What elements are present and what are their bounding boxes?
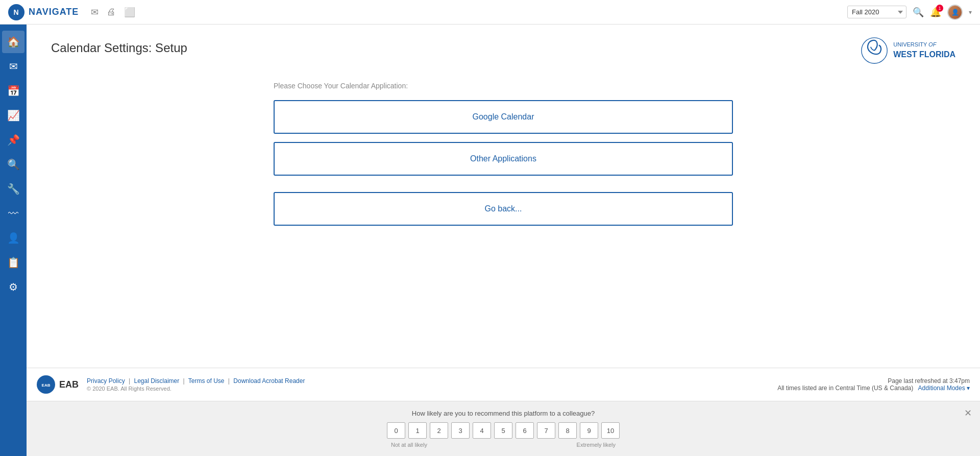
logo-text: NAVIGATE xyxy=(29,7,79,17)
survey-btn-3[interactable]: 3 xyxy=(451,422,470,439)
window-icon[interactable]: ⬜ xyxy=(124,7,135,18)
sidebar-item-reports[interactable]: 📈 xyxy=(2,104,24,127)
footer-right: Page last refreshed at 3:47pm All times … xyxy=(777,377,970,392)
footer-links-wrap: Privacy Policy | Legal Disclaimer | Term… xyxy=(87,377,305,392)
survey-btn-1[interactable]: 1 xyxy=(408,422,427,439)
survey-btn-2[interactable]: 2 xyxy=(430,422,448,439)
logo-icon: N xyxy=(8,4,24,20)
sidebar-item-tools[interactable]: 🔧 xyxy=(2,178,24,200)
notification-badge: 1 xyxy=(936,5,943,12)
eab-icon: EAB xyxy=(37,375,55,394)
sidebar-item-home[interactable]: 🏠 xyxy=(2,31,24,53)
survey-labels: Not at all likely Extremely likely xyxy=(391,442,616,448)
avatar-image: 👤 xyxy=(948,6,962,19)
go-back-button[interactable]: Go back... xyxy=(274,192,733,226)
survey-question: How likely are you to recommend this pla… xyxy=(35,410,972,417)
user-dropdown-icon[interactable]: ▾ xyxy=(969,9,972,16)
main-content: UNIVERSITY of WEST FLORIDA Calendar Sett… xyxy=(27,25,980,368)
main-wrap: UNIVERSITY of WEST FLORIDA Calendar Sett… xyxy=(27,25,980,456)
topbar-actions: ✉ 🖨 ⬜ xyxy=(91,7,135,18)
calendar-section: Please Choose Your Calendar Application:… xyxy=(274,71,733,236)
survey-btn-6[interactable]: 6 xyxy=(516,422,534,439)
choose-label: Please Choose Your Calendar Application: xyxy=(274,82,733,90)
survey-close-button[interactable]: ✕ xyxy=(964,407,972,419)
sidebar-item-settings[interactable]: ⚙ xyxy=(2,276,24,298)
survey-label-left: Not at all likely xyxy=(391,442,427,448)
topbar-right: Fall 2020 Spring 2020 Summer 2020 🔍 🔔 1 … xyxy=(847,5,972,20)
sidebar-item-pulse[interactable]: 〰 xyxy=(2,202,24,225)
survey-btn-0[interactable]: 0 xyxy=(387,422,405,439)
eab-label: EAB xyxy=(59,379,79,390)
other-applications-button[interactable]: Other Applications xyxy=(274,142,733,176)
survey-btn-4[interactable]: 4 xyxy=(473,422,491,439)
avatar[interactable]: 👤 xyxy=(947,5,963,20)
uwf-logo: UNIVERSITY of WEST FLORIDA xyxy=(861,37,955,64)
sidebar-item-messages[interactable]: ✉ xyxy=(2,55,24,78)
svg-text:EAB: EAB xyxy=(42,383,51,388)
sidebar-item-search[interactable]: 🔍 xyxy=(2,153,24,176)
sidebar: 🏠 ✉ 📅 📈 📌 🔍 🔧 〰 👤 📋 ⚙ xyxy=(0,25,27,456)
topbar: N NAVIGATE ✉ 🖨 ⬜ Fall 2020 Spring 2020 S… xyxy=(0,0,980,25)
refresh-time: Page last refreshed at 3:47pm xyxy=(777,377,970,385)
mail-icon[interactable]: ✉ xyxy=(91,7,99,18)
footer-copyright: © 2020 EAB. All Rights Reserved. xyxy=(87,386,305,392)
timezone-info: All times listed are in Central Time (US… xyxy=(777,385,970,392)
terms-of-use-link[interactable]: Terms of Use xyxy=(188,377,225,385)
sidebar-item-calendar[interactable]: 📅 xyxy=(2,80,24,102)
survey-btn-7[interactable]: 7 xyxy=(537,422,555,439)
page-title: Calendar Settings: Setup xyxy=(51,41,955,55)
eab-logo: EAB EAB xyxy=(37,375,79,394)
survey-buttons: 0 1 2 3 4 5 6 7 8 9 10 xyxy=(35,422,972,439)
notification-bell[interactable]: 🔔 1 xyxy=(930,7,941,18)
survey-btn-5[interactable]: 5 xyxy=(494,422,512,439)
legal-disclaimer-link[interactable]: Legal Disclaimer xyxy=(134,377,180,385)
survey-label-right: Extremely likely xyxy=(577,442,616,448)
navigate-logo[interactable]: N NAVIGATE xyxy=(8,4,79,20)
uwf-spiral-icon xyxy=(861,37,888,64)
uwf-text: UNIVERSITY of WEST FLORIDA xyxy=(893,41,955,60)
term-selector[interactable]: Fall 2020 Spring 2020 Summer 2020 xyxy=(847,6,906,18)
privacy-policy-link[interactable]: Privacy Policy xyxy=(87,377,125,385)
sidebar-item-pin[interactable]: 📌 xyxy=(2,129,24,151)
survey-btn-8[interactable]: 8 xyxy=(558,422,577,439)
sidebar-item-admin[interactable]: 👤 xyxy=(2,227,24,249)
survey-bar: ✕ How likely are you to recommend this p… xyxy=(27,401,980,456)
google-calendar-button[interactable]: Google Calendar xyxy=(274,100,733,134)
additional-modes-link[interactable]: Additional Modes ▾ xyxy=(918,385,970,392)
footer-links: Privacy Policy | Legal Disclaimer | Term… xyxy=(87,377,305,385)
survey-btn-10[interactable]: 10 xyxy=(601,422,620,439)
download-acrobat-link[interactable]: Download Acrobat Reader xyxy=(233,377,305,385)
survey-btn-9[interactable]: 9 xyxy=(580,422,598,439)
search-icon[interactable]: 🔍 xyxy=(913,7,924,18)
footer: EAB EAB Privacy Policy | Legal Disclaime… xyxy=(27,368,980,401)
print-icon[interactable]: 🖨 xyxy=(107,7,116,17)
sidebar-item-documents[interactable]: 📋 xyxy=(2,251,24,274)
